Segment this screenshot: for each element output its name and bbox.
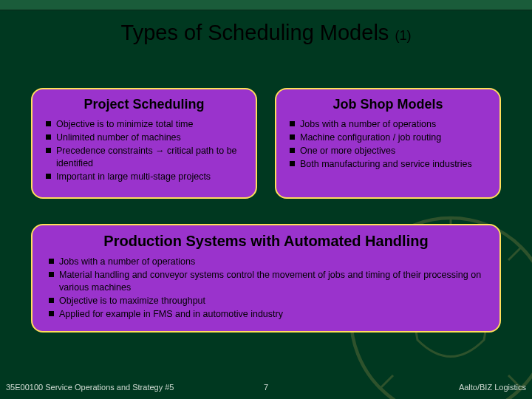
bullet-item: Objective is to maximize throughput <box>49 295 486 307</box>
bullet-item: Jobs with a number of operations <box>290 118 489 131</box>
bullet-item: Material handling and conveyor systems c… <box>49 269 486 294</box>
bullet-item: Precedence constraints → critical path t… <box>46 145 245 170</box>
footer-left: 35E00100 Service Operations and Strategy… <box>6 383 174 392</box>
card-list: Jobs with a number of operations Machine… <box>287 118 489 171</box>
top-accent-bar <box>0 0 532 10</box>
bullet-item: Jobs with a number of operations <box>49 256 486 268</box>
card-title: Job Shop Models <box>287 97 489 112</box>
bullet-item: Important in large multi-stage projects <box>46 171 245 183</box>
card-list: Objective is to minimize total time Unli… <box>43 118 245 183</box>
footer: 35E00100 Service Operations and Strategy… <box>0 383 532 392</box>
card-production-systems: Production Systems with Automated Handli… <box>31 224 501 332</box>
bullet-item: Both manufacturing and service industrie… <box>290 158 489 171</box>
card-project-scheduling: Project Scheduling Objective is to minim… <box>31 88 257 199</box>
card-list: Jobs with a number of operations Materia… <box>46 256 486 320</box>
title-sub: (1) <box>395 28 411 43</box>
bullet-item: One or more objectives <box>290 145 489 157</box>
bullet-item: Applied for example in FMS and in automo… <box>49 308 486 321</box>
title-main: Types of Scheduling Models <box>121 21 395 44</box>
card-title: Project Scheduling <box>43 97 245 112</box>
bullet-item: Objective is to minimize total time <box>46 118 245 131</box>
card-job-shop-models: Job Shop Models Jobs with a number of op… <box>275 88 501 199</box>
footer-page-number: 7 <box>264 383 268 392</box>
slide-title: Types of Scheduling Models (1) <box>0 21 532 45</box>
bullet-item: Machine configuration / job routing <box>290 132 489 144</box>
footer-right: Aalto/BIZ Logistics <box>459 383 526 392</box>
card-row: Project Scheduling Objective is to minim… <box>0 88 532 199</box>
bullet-item: Unlimited number of machines <box>46 132 245 144</box>
card-title: Production Systems with Automated Handli… <box>46 233 486 250</box>
